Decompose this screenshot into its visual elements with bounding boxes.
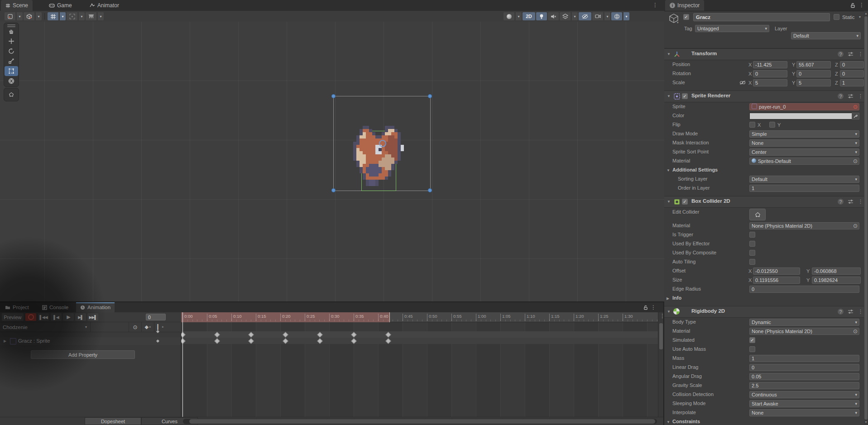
field-offset-y[interactable]: -0.060868 [812, 267, 861, 275]
field-scale-y[interactable]: 5 [796, 79, 831, 86]
object-picker-icon[interactable]: ⊙ [853, 158, 858, 164]
dropdown-sprite-sort-point[interactable]: Center▾ [749, 148, 859, 156]
gizmo-context-dropdown-icon[interactable]: ▾ [36, 12, 42, 20]
rotate-tool[interactable] [5, 46, 18, 56]
overlay-drag-handle[interactable] [7, 24, 15, 25]
tab-game[interactable]: Game [44, 0, 77, 11]
add-event-button[interactable]: ▎+ [154, 322, 167, 332]
component-kebab-icon[interactable]: ⋮ [858, 51, 863, 57]
inspector-scrollbar[interactable]: ▲ ▼ [864, 11, 868, 425]
tab-console[interactable]: Console [38, 302, 72, 312]
scale-tool[interactable] [5, 56, 18, 66]
help-icon[interactable]: ? [838, 51, 844, 57]
playhead[interactable] [182, 312, 183, 417]
timeline-vscrollbar[interactable]: ⋮ [658, 312, 663, 417]
scene-lighting-button[interactable] [536, 12, 547, 20]
static-dropdown-icon[interactable]: ▾ [859, 15, 861, 19]
object-field-material[interactable]: None (Physics Material 2D)⊙ [749, 222, 859, 229]
tag-dropdown[interactable]: Untagged▾ [695, 25, 769, 32]
add-property-button[interactable]: Add Property [31, 350, 135, 359]
add-keyframe-button[interactable]: ◆+ [141, 322, 154, 332]
field-angular-drag[interactable]: 0.05 [749, 373, 859, 380]
play-button[interactable]: ▶ [63, 313, 74, 321]
help-icon[interactable]: ? [838, 93, 844, 99]
tab-project[interactable]: Project [1, 302, 33, 312]
foldout-arrow-icon[interactable]: ▼ [667, 200, 671, 204]
layer-dropdown[interactable]: Default▾ [791, 32, 861, 39]
snap-increment-dropdown-icon[interactable]: ▾ [98, 12, 104, 20]
checkbox-flip-y[interactable] [769, 122, 775, 128]
tool-settings-button[interactable] [5, 12, 15, 20]
selection-handle-bottom-left[interactable] [331, 188, 336, 192]
foldout-arrow-icon[interactable]: ▼ [667, 52, 671, 56]
object-picker-icon[interactable]: ⊙ [853, 104, 858, 110]
dropdown-body-type[interactable]: Dynamic▾ [749, 319, 859, 326]
field-position-z[interactable]: 0 [840, 61, 864, 68]
dropdown-mask-interaction[interactable]: None▾ [749, 139, 859, 147]
foldout-arrow-icon[interactable]: ▼ [667, 168, 670, 172]
edit-collider-button[interactable] [749, 209, 766, 220]
effects-button[interactable] [560, 12, 571, 20]
checkbox-used-by-effector[interactable] [749, 241, 755, 247]
presets-icon[interactable] [848, 199, 854, 205]
2d-view-button[interactable]: 2D [523, 12, 535, 20]
tab-inspector[interactable]: i Inspector [665, 0, 704, 11]
effects-dropdown-icon[interactable]: ▾ [572, 12, 578, 20]
foldout-arrow-icon[interactable]: ▼ [667, 420, 670, 424]
grid-visibility-button[interactable] [48, 12, 58, 20]
dopesheet-timeline[interactable]: 0:000:050:100:150:200:250:300:350:400:45… [181, 312, 658, 417]
scene-menu-kebab-icon[interactable]: ⋮ [652, 2, 658, 8]
checkbox-flip-x[interactable] [749, 122, 755, 128]
object-picker-icon[interactable]: ⊙ [853, 328, 858, 334]
clip-dropdown[interactable]: Chodzenie ▾ [0, 322, 91, 332]
field-order-in-layer[interactable]: 1 [749, 185, 859, 192]
tool-settings-dropdown-icon[interactable]: ▾ [17, 12, 23, 20]
gizmos-dropdown-icon[interactable]: ▾ [623, 12, 629, 20]
presets-icon[interactable] [848, 309, 854, 315]
field-position-y[interactable]: 55.607 [796, 61, 831, 68]
timeline-hscroll-thumb[interactable] [189, 419, 655, 424]
gameobject-name-field[interactable]: Gracz [693, 13, 830, 21]
object-picker-icon[interactable]: ⊙ [853, 223, 858, 229]
gizmo-context-button[interactable] [24, 12, 34, 20]
gameobject-icon-dropdown-icon[interactable]: ▾ [677, 21, 679, 24]
component-kebab-icon[interactable]: ⋮ [858, 309, 863, 314]
rect-tool[interactable] [5, 66, 18, 76]
field-offset-x[interactable]: -0.012550 [753, 267, 800, 275]
previous-key-button[interactable]: ▌◀ [51, 313, 62, 321]
dropdown-sorting-layer[interactable]: Default▾ [749, 176, 859, 183]
next-key-button[interactable]: ▶▌ [75, 313, 86, 321]
goto-start-button[interactable]: ▌◀◀ [38, 313, 49, 321]
selection-handle-top-right[interactable] [428, 94, 432, 98]
foldout-arrow-icon[interactable]: ▼ [667, 310, 671, 314]
scroll-up-icon[interactable]: ▲ [864, 11, 868, 16]
checkbox-simulated[interactable]: ✓ [749, 337, 755, 343]
shading-mode-dropdown-icon[interactable]: ▾ [516, 12, 522, 20]
field-position-x[interactable]: -11.425 [753, 61, 787, 68]
checkbox-auto-tiling[interactable] [749, 259, 755, 265]
field-edge-radius[interactable]: 0 [749, 286, 859, 293]
dropdown-sleeping-mode[interactable]: Start Awake▾ [749, 400, 859, 407]
uniform-scale-link-icon[interactable] [739, 80, 746, 85]
snap-increment-button[interactable] [86, 12, 96, 20]
shading-mode-button[interactable] [504, 12, 514, 20]
lock-icon[interactable] [850, 3, 855, 8]
foldout-arrow-icon[interactable]: ▼ [667, 94, 671, 98]
tab-animation[interactable]: Animation [76, 302, 115, 312]
field-linear-drag[interactable]: 0 [749, 364, 859, 371]
component-header-box-collider-2d[interactable]: ▼✓Box Collider 2D?⋮ [664, 196, 864, 208]
edit-collider-tool[interactable] [5, 90, 18, 100]
tab-scene[interactable]: Scene [1, 0, 33, 11]
foldout-arrow-icon[interactable]: ▶ [667, 296, 669, 301]
grid-snapping-dropdown-icon[interactable]: ▾ [79, 12, 85, 20]
selection-handle-top-left[interactable] [331, 94, 336, 98]
dopesheet-toggle-button[interactable]: Dopesheet [85, 417, 141, 425]
object-field-material[interactable]: None (Physics Material 2D)⊙ [749, 328, 859, 335]
presets-icon[interactable] [848, 51, 854, 57]
sprite-pivot-icon[interactable] [379, 140, 386, 147]
field-mass[interactable]: 1 [749, 355, 859, 362]
grid-visibility-dropdown-icon[interactable]: ▾ [60, 12, 66, 20]
component-header-rigidbody-2d[interactable]: ▼Rigidbody 2D?⋮ [664, 306, 864, 318]
component-enabled-checkbox[interactable]: ✓ [682, 93, 688, 99]
static-checkbox[interactable] [834, 14, 839, 20]
